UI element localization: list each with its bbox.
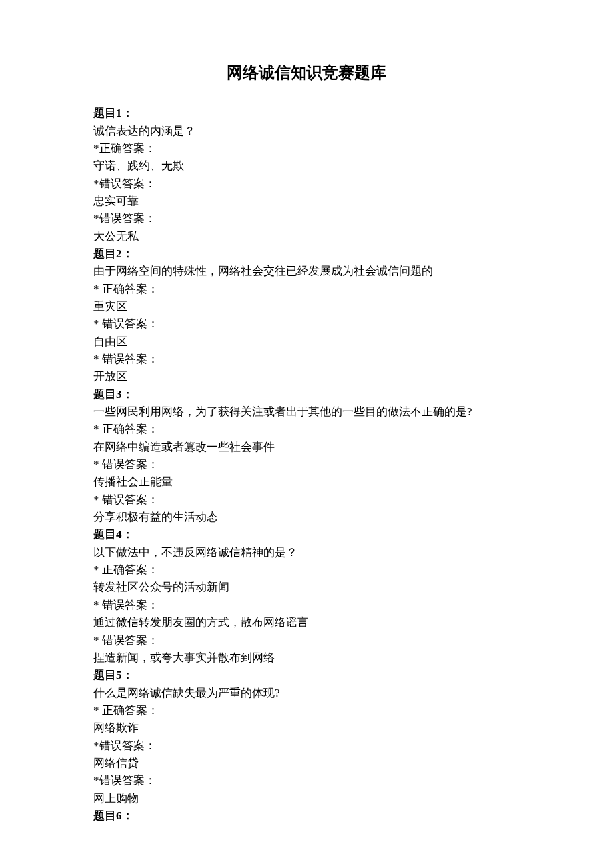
answer-text: 转发社区公众号的活动新闻 — [93, 579, 520, 596]
question-block-4: 题目4： 以下做法中，不违反网络诚信精神的是？ * 正确答案： 转发社区公众号的… — [93, 526, 520, 667]
answer-label: * 错误答案： — [93, 315, 520, 333]
question-prompt: 一些网民利用网络，为了获得关注或者出于其他的一些目的做法不正确的是? — [93, 403, 520, 421]
answer-text: 网上购物 — [93, 790, 520, 807]
answer-label: * 正确答案： — [93, 561, 520, 579]
question-prompt: 诚信表达的内涵是？ — [93, 123, 520, 140]
question-heading: 题目1： — [93, 105, 520, 122]
answer-text: 传播社会正能量 — [93, 473, 520, 491]
answer-text: 网络信贷 — [93, 755, 520, 772]
question-heading: 题目5： — [93, 667, 520, 684]
answer-label: * 正确答案： — [93, 702, 520, 719]
answer-text: 在网络中编造或者篡改一些社会事件 — [93, 439, 520, 456]
answer-label: * 正确答案： — [93, 421, 520, 438]
question-block-2: 题目2： 由于网络空间的特殊性，网络社会交往已经发展成为社会诚信问题的 * 正确… — [93, 245, 520, 386]
answer-label: *错误答案： — [93, 772, 520, 789]
answer-label: *错误答案： — [93, 737, 520, 755]
question-heading: 题目2： — [93, 245, 520, 263]
answer-label: *正确答案： — [93, 140, 520, 157]
answer-label: *错误答案： — [93, 210, 520, 227]
answer-label: * 错误答案： — [93, 351, 520, 368]
answer-text: 大公无私 — [93, 228, 520, 245]
question-block-6: 题目6： — [93, 807, 520, 825]
question-block-5: 题目5： 什么是网络诚信缺失最为严重的体现? * 正确答案： 网络欺诈 *错误答… — [93, 667, 520, 807]
answer-text: 守诺、践约、无欺 — [93, 157, 520, 175]
answer-text: 重灾区 — [93, 298, 520, 315]
question-prompt: 什么是网络诚信缺失最为严重的体现? — [93, 685, 520, 702]
answer-text: 捏造新闻，或夸大事实并散布到网络 — [93, 649, 520, 667]
answer-label: * 错误答案： — [93, 632, 520, 649]
question-heading: 题目4： — [93, 526, 520, 543]
answer-text: 开放区 — [93, 368, 520, 385]
answer-label: * 错误答案： — [93, 456, 520, 473]
question-block-1: 题目1： 诚信表达的内涵是？ *正确答案： 守诺、践约、无欺 *错误答案： 忠实… — [93, 105, 520, 245]
answer-text: 网络欺诈 — [93, 719, 520, 737]
answer-label: * 错误答案： — [93, 597, 520, 614]
question-prompt: 由于网络空间的特殊性，网络社会交往已经发展成为社会诚信问题的 — [93, 263, 520, 280]
answer-text: 忠实可靠 — [93, 193, 520, 210]
answer-label: * 错误答案： — [93, 491, 520, 509]
question-prompt: 以下做法中，不违反网络诚信精神的是？ — [93, 544, 520, 561]
answer-label: *错误答案： — [93, 175, 520, 193]
question-block-3: 题目3： 一些网民利用网络，为了获得关注或者出于其他的一些目的做法不正确的是? … — [93, 386, 520, 527]
answer-label: * 正确答案： — [93, 281, 520, 298]
question-heading: 题目6： — [93, 807, 520, 825]
answer-text: 自由区 — [93, 333, 520, 351]
answer-text: 通过微信转发朋友圈的方式，散布网络谣言 — [93, 614, 520, 631]
question-heading: 题目3： — [93, 386, 520, 403]
answer-text: 分享积极有益的生活动态 — [93, 509, 520, 526]
document-title: 网络诚信知识竞赛题库 — [93, 60, 520, 85]
